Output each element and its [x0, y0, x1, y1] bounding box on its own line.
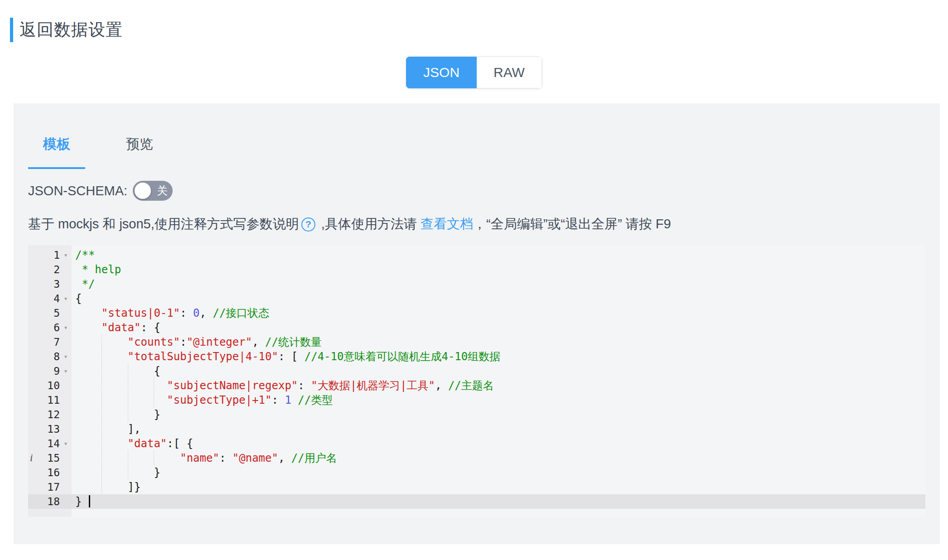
raw-mode-button[interactable]: RAW	[477, 57, 542, 88]
code-line-content: }	[72, 494, 925, 509]
toggle-knob-icon	[135, 183, 151, 199]
editor-line-12[interactable]: 12 }	[28, 407, 925, 422]
line-number: 6	[38, 320, 60, 335]
indent-guide	[128, 378, 128, 393]
gutter-cell: 17	[28, 480, 72, 494]
editor-lines: 1▾/**2 * help3 */4▾{5 "status|0-1": 0, /…	[28, 248, 925, 509]
toggle-state-label: 关	[157, 185, 168, 196]
editor-line-3[interactable]: 3 */	[28, 277, 925, 291]
gutter-cell: 5	[28, 306, 72, 320]
code-line-content: * help	[72, 262, 925, 277]
indent-guide	[128, 393, 128, 407]
gutter-cell: 6▾	[28, 320, 72, 335]
fold-arrow-icon[interactable]: ▾	[60, 364, 72, 378]
indent-guide	[102, 480, 102, 494]
editor-line-18[interactable]: 18}	[28, 494, 925, 509]
mode-button-group: JSON RAW	[406, 57, 542, 88]
editor-line-7[interactable]: 7 "counts":"@integer", //统计数量	[28, 335, 925, 349]
line-number: 5	[38, 306, 60, 320]
json-mode-button[interactable]: JSON	[406, 57, 477, 88]
editor-line-9[interactable]: 9▾ {	[28, 364, 925, 378]
tab-template[interactable]: 模板	[28, 135, 85, 169]
code-line-content: "counts":"@integer", //统计数量	[72, 335, 925, 349]
code-line-content: /**	[72, 248, 925, 262]
code-line-content: }	[72, 407, 925, 422]
editor-line-4[interactable]: 4▾{	[28, 291, 925, 306]
gutter-cell: 3	[28, 277, 72, 291]
line-number: 8	[38, 349, 60, 364]
fold-arrow-icon[interactable]: ▾	[60, 349, 72, 364]
editor-line-13[interactable]: 13 ],	[28, 422, 925, 436]
code-line-content: */	[72, 277, 925, 291]
fold-arrow-icon[interactable]: ▾	[60, 320, 72, 335]
editor-line-8[interactable]: 8▾ "totalSubjectType|4-10": [ //4-10意味着可…	[28, 349, 925, 364]
indent-guide	[128, 465, 128, 480]
editor-line-1[interactable]: 1▾/**	[28, 248, 925, 262]
line-number: 13	[38, 422, 60, 436]
indent-guide	[102, 349, 102, 364]
gutter-cell: 9▾	[28, 364, 72, 378]
tab-preview[interactable]: 预览	[111, 135, 168, 169]
indent-guide	[102, 422, 102, 436]
fold-arrow-icon[interactable]: ▾	[60, 248, 72, 262]
editor-line-17[interactable]: 17 ]}	[28, 480, 925, 494]
editor-line-15[interactable]: i15 "name": "@name", //用户名	[28, 451, 925, 465]
page-header: 返回数据设置	[10, 18, 948, 42]
editor-line-16[interactable]: 16 }	[28, 465, 925, 480]
gutter-cell: 12	[28, 407, 72, 422]
json-schema-toggle[interactable]: 关	[133, 181, 173, 201]
line-number: 17	[38, 480, 60, 494]
gutter-cell: i15	[28, 451, 72, 465]
line-number: 4	[38, 291, 60, 306]
indent-guide	[102, 364, 102, 378]
gutter-cell: 10	[28, 378, 72, 393]
code-line-content: "name": "@name", //用户名	[72, 451, 925, 465]
code-line-content: "subjectName|regexp": "大数据|机器学习|工具", //主…	[72, 378, 925, 393]
fold-arrow-icon[interactable]: ▾	[60, 436, 72, 451]
gutter-cell: 4▾	[28, 291, 72, 306]
code-line-content: ],	[72, 422, 925, 436]
title-accent-bar	[10, 18, 13, 42]
line-number: 3	[38, 277, 60, 291]
line-number: 14	[38, 436, 60, 451]
info-icon[interactable]: i	[30, 451, 38, 465]
json-schema-label: JSON-SCHEMA:	[28, 183, 127, 198]
line-number: 7	[38, 335, 60, 349]
line-number: 1	[38, 248, 60, 262]
gutter-cell: 1▾	[28, 248, 72, 262]
view-docs-link[interactable]: 查看文档	[421, 215, 473, 233]
gutter-cell: 7	[28, 335, 72, 349]
line-number: 16	[38, 465, 60, 480]
code-line-content: {	[72, 291, 925, 306]
indent-guide	[102, 407, 102, 422]
indent-guide	[102, 451, 102, 465]
line-number: 9	[38, 364, 60, 378]
code-line-content: "data": {	[72, 320, 925, 335]
editor-line-2[interactable]: 2 * help	[28, 262, 925, 277]
gutter-cell: 13	[28, 422, 72, 436]
indent-guide	[102, 465, 102, 480]
line-number: 2	[38, 262, 60, 277]
indent-guide	[102, 393, 102, 407]
code-line-content: ]}	[72, 480, 925, 494]
gutter-cell: 16	[28, 465, 72, 480]
mock-settings-panel: 模板 预览 JSON-SCHEMA: 关 基于 mockjs 和 json5,使…	[14, 103, 940, 544]
editor-line-14[interactable]: 14▾ "data":[ {	[28, 436, 925, 451]
gutter-cell: 11	[28, 393, 72, 407]
editor-line-10[interactable]: 10 "subjectName|regexp": "大数据|机器学习|工具", …	[28, 378, 925, 393]
text-cursor	[89, 495, 90, 507]
code-editor[interactable]: 1▾/**2 * help3 */4▾{5 "status|0-1": 0, /…	[28, 245, 925, 517]
editor-line-11[interactable]: 11 "subjectType|+1": 1 //类型	[28, 393, 925, 407]
page-title: 返回数据设置	[19, 19, 123, 41]
question-circle-icon[interactable]: ?	[301, 217, 315, 232]
gutter-cell: 18	[28, 494, 72, 509]
indent-guide	[154, 378, 154, 393]
help-text-segment: ,具体使用方法请	[318, 215, 421, 233]
gutter-cell: 8▾	[28, 349, 72, 364]
indent-guide	[154, 451, 154, 465]
fold-arrow-icon[interactable]: ▾	[60, 291, 72, 306]
indent-guide	[154, 393, 154, 407]
editor-line-5[interactable]: 5 "status|0-1": 0, //接口状态	[28, 306, 925, 320]
indent-guide	[102, 378, 102, 393]
editor-line-6[interactable]: 6▾ "data": {	[28, 320, 925, 335]
